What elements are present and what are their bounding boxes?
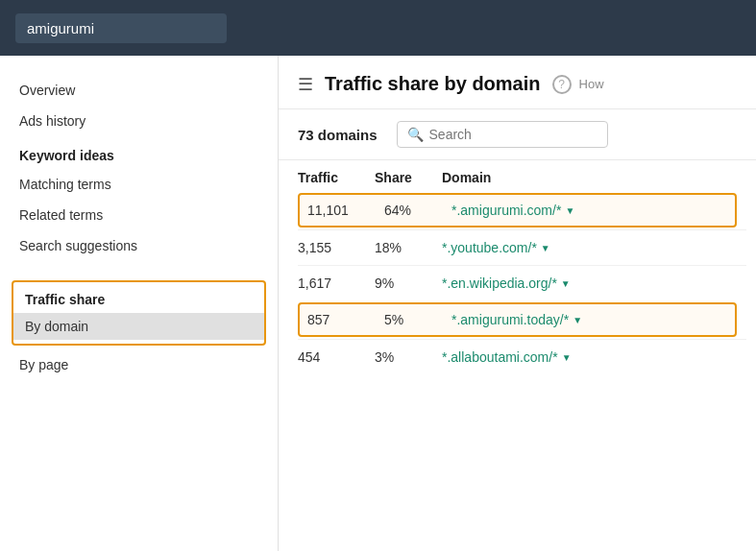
cell-domain: *.amigurumi.today/* ▼ [451, 312, 727, 327]
domain-link[interactable]: *.amigurumi.com/* [451, 203, 561, 218]
table-row: 3,155 18% *.youtube.com/* ▼ [298, 229, 746, 265]
cell-traffic: 857 [307, 312, 384, 327]
content-header: ☰ Traffic share by domain ? How [279, 56, 756, 109]
domain-count: 73 domains [298, 127, 378, 143]
sidebar: Overview Ads history Keyword ideas Match… [0, 56, 279, 551]
table-container: Traffic Share Domain 11,101 64% *.amigur… [279, 160, 756, 374]
domain-dropdown-arrow[interactable]: ▼ [573, 315, 582, 325]
domain-dropdown-arrow[interactable]: ▼ [565, 205, 574, 216]
cell-domain: *.allaboutami.com/* ▼ [442, 349, 746, 365]
table-header: Traffic Share Domain [298, 160, 756, 191]
search-input[interactable] [429, 127, 583, 142]
cell-domain: *.amigurumi.com/* ▼ [451, 203, 727, 218]
page-title: Traffic share by domain [325, 73, 541, 95]
domain-dropdown-arrow[interactable]: ▼ [561, 278, 571, 289]
search-box: 🔍 [397, 121, 608, 148]
domain-link[interactable]: *.en.wikipedia.org/* [442, 276, 557, 291]
table-rows: 11,101 64% *.amigurumi.com/* ▼ 3,155 18%… [298, 193, 756, 374]
hamburger-icon[interactable]: ☰ [298, 74, 313, 95]
sidebar-item-by-page[interactable]: By page [0, 349, 278, 380]
cell-traffic: 11,101 [307, 203, 384, 218]
table-row: 454 3% *.allaboutami.com/* ▼ [298, 339, 746, 374]
main-layout: Overview Ads history Keyword ideas Match… [0, 56, 756, 551]
cell-traffic: 1,617 [298, 276, 375, 291]
sidebar-item-search-suggestions[interactable]: Search suggestions [0, 230, 278, 261]
col-header-traffic: Traffic [298, 170, 375, 185]
table-row: 857 5% *.amigurumi.today/* ▼ [298, 302, 737, 337]
cell-domain: *.youtube.com/* ▼ [442, 240, 746, 255]
sidebar-section-traffic-share: Traffic share [13, 286, 264, 313]
top-bar [0, 0, 756, 56]
sidebar-item-ads-history[interactable]: Ads history [0, 106, 278, 136]
domain-link[interactable]: *.youtube.com/* [442, 240, 537, 255]
domain-link[interactable]: *.allaboutami.com/* [442, 349, 558, 365]
table-row: 1,617 9% *.en.wikipedia.org/* ▼ [298, 265, 746, 300]
table-row: 11,101 64% *.amigurumi.com/* ▼ [298, 193, 737, 228]
domain-link[interactable]: *.amigurumi.today/* [451, 312, 569, 327]
search-icon: 🔍 [407, 127, 424, 142]
sidebar-section-keyword-ideas: Keyword ideas [0, 136, 278, 169]
sidebar-item-matching-terms[interactable]: Matching terms [0, 169, 278, 200]
cell-share: 3% [375, 349, 442, 365]
sidebar-item-by-domain[interactable]: By domain [13, 313, 264, 340]
help-icon[interactable]: ? [552, 75, 572, 94]
cell-share: 5% [384, 312, 451, 327]
cell-share: 64% [384, 203, 451, 218]
col-header-domain: Domain [442, 170, 756, 185]
cell-share: 9% [375, 276, 442, 291]
cell-share: 18% [375, 240, 442, 255]
cell-domain: *.en.wikipedia.org/* ▼ [442, 276, 746, 291]
sidebar-item-overview[interactable]: Overview [0, 75, 278, 106]
content-area: ☰ Traffic share by domain ? How 73 domai… [279, 56, 756, 551]
domain-dropdown-arrow[interactable]: ▼ [562, 352, 572, 363]
how-label: How [579, 77, 604, 91]
top-search-input[interactable] [15, 13, 227, 43]
domain-dropdown-arrow[interactable]: ▼ [541, 243, 550, 253]
cell-traffic: 3,155 [298, 240, 375, 255]
traffic-share-section: Traffic share By domain [12, 280, 266, 346]
sidebar-item-related-terms[interactable]: Related terms [0, 200, 278, 230]
cell-traffic: 454 [298, 349, 375, 365]
col-header-share: Share [375, 170, 442, 185]
toolbar: 73 domains 🔍 [279, 109, 756, 160]
